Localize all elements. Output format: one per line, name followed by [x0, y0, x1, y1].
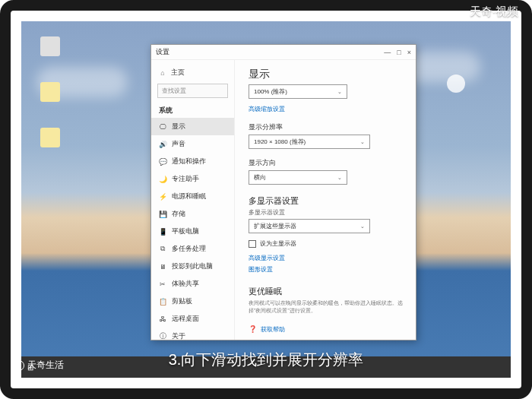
desktop-wallpaper: 设置 — □ × ⌂ 主页 查找设置 系统 🖵显示🔊声音💬通知和操作🌙专注助手⚡…: [21, 21, 511, 378]
resolution-dropdown[interactable]: 1920 × 1080 (推荐) ⌄: [249, 135, 370, 149]
close-button[interactable]: ×: [407, 49, 411, 56]
content-area[interactable]: 显示 100% (推荐) ⌄ 高级缩放设置 显示分辨率 1920 × 1080 …: [235, 60, 416, 340]
sidebar-item[interactable]: ✂体验共享: [151, 275, 234, 293]
sidebar-item-label: 通知和操作: [172, 157, 206, 166]
sidebar-item-label: 存储: [172, 209, 185, 219]
sidebar-item-label: 电源和睡眠: [172, 192, 206, 201]
sidebar-item-label: 体验共享: [172, 279, 199, 289]
desktop-icon-folder[interactable]: [36, 128, 64, 160]
sidebar-item-label: 关于: [172, 331, 185, 340]
search-input[interactable]: 查找设置: [157, 84, 228, 98]
home-button[interactable]: ⌂ 主页: [151, 65, 234, 81]
sidebar-item[interactable]: 🔊声音: [151, 135, 234, 153]
sidebar-item[interactable]: 💾存储: [151, 205, 234, 223]
multi-display-dropdown[interactable]: 扩展这些显示器 ⌄: [249, 219, 370, 233]
sidebar-item[interactable]: 🖧远程桌面: [151, 310, 234, 328]
nav-icon: 🖵: [159, 123, 166, 131]
help-icon: ❓: [249, 325, 257, 333]
resolution-label: 显示分辨率: [249, 122, 405, 132]
sidebar-item[interactable]: 💬通知和操作: [151, 153, 234, 170]
nav-icon: 💾: [159, 211, 166, 218]
checkbox-icon: [249, 240, 256, 248]
sidebar-item-label: 剪贴板: [172, 296, 192, 306]
advanced-scale-link[interactable]: 高级缩放设置: [249, 105, 405, 113]
orientation-dropdown[interactable]: 横向 ⌄: [249, 170, 347, 185]
desktop-icon-recycle[interactable]: [36, 36, 64, 68]
titlebar: 设置 — □ ×: [151, 45, 416, 60]
video-caption: 3.向下滑动找到并展开分辨率: [169, 350, 364, 370]
minimize-button[interactable]: —: [384, 49, 391, 56]
orientation-label: 显示方向: [249, 158, 405, 168]
sidebar-item-label: 多任务处理: [172, 244, 206, 254]
nav-icon: ⓘ: [159, 333, 166, 340]
nav-icon: 🖧: [159, 315, 166, 323]
sidebar-item[interactable]: 🖵显示: [151, 118, 234, 135]
chevron-down-icon: ⌄: [337, 89, 342, 95]
settings-window: 设置 — □ × ⌂ 主页 查找设置 系统 🖵显示🔊声音💬通知和操作🌙专注助手⚡…: [150, 44, 416, 340]
sidebar-item-label: 投影到此电脑: [172, 261, 213, 271]
chevron-down-icon: ⌄: [337, 175, 342, 181]
sidebar-item[interactable]: ⧉多任务处理: [151, 240, 234, 258]
sidebar-item[interactable]: ⚡电源和睡眠: [151, 188, 234, 205]
sidebar-item-label: 专注助手: [172, 174, 199, 184]
nav-icon: 🔊: [159, 141, 166, 148]
nav-icon: 🌙: [159, 176, 166, 183]
home-label: 主页: [171, 68, 185, 78]
sidebar-item-label: 远程桌面: [172, 314, 199, 324]
sidebar-item-label: 显示: [172, 122, 185, 131]
watermark-bottom: Q 天奇生活: [14, 359, 64, 372]
nav-icon: 📱: [159, 228, 166, 236]
sidebar-item[interactable]: 🌙专注助手: [151, 170, 234, 188]
primary-display-checkbox[interactable]: 设为主显示器: [249, 239, 405, 248]
sidebar-item[interactable]: 🖥投影到此电脑: [151, 258, 234, 275]
better-sleep-text: 夜间模式可以在晚间显示较柔和的暖色，帮助你进入睡眠状态。选择"夜间模式设置"进行…: [249, 299, 405, 315]
nav-icon: ⧉: [159, 245, 166, 253]
chevron-down-icon: ⌄: [360, 139, 365, 145]
sidebar-item[interactable]: 📱平板电脑: [151, 223, 234, 240]
nav-icon: ⚡: [159, 193, 166, 201]
sidebar-item-label: 平板电脑: [172, 226, 199, 236]
multi-display-label: 多显示器设置: [249, 208, 405, 217]
category-label: 系统: [151, 101, 234, 118]
nav-icon: ✂: [159, 280, 166, 288]
desktop-icon-folder[interactable]: [36, 82, 64, 114]
decor-moon: [447, 74, 465, 93]
logo-icon: Q: [14, 360, 24, 371]
nav-icon: 💬: [159, 158, 166, 166]
better-sleep-heading: 更优睡眠: [249, 286, 405, 297]
page-heading: 显示: [249, 68, 405, 81]
scale-dropdown[interactable]: 100% (推荐) ⌄: [249, 84, 347, 99]
chevron-down-icon: ⌄: [360, 223, 365, 230]
multi-display-heading: 多显示器设置: [249, 195, 405, 207]
sidebar: ⌂ 主页 查找设置 系统 🖵显示🔊声音💬通知和操作🌙专注助手⚡电源和睡眠💾存储📱…: [151, 60, 235, 340]
get-help-link[interactable]: ❓ 获取帮助: [249, 325, 405, 334]
sidebar-item[interactable]: 📋剪贴板: [151, 293, 234, 310]
graphics-settings-link[interactable]: 图形设置: [249, 265, 405, 274]
home-icon: ⌂: [159, 69, 166, 77]
watermark-top: 天奇·视频: [470, 5, 518, 19]
nav-icon: 📋: [159, 298, 166, 306]
window-title: 设置: [156, 47, 169, 57]
sidebar-item[interactable]: ⓘ关于: [151, 328, 234, 340]
maximize-button[interactable]: □: [397, 49, 401, 56]
nav-icon: 🖥: [159, 263, 166, 271]
advanced-display-link[interactable]: 高级显示设置: [249, 254, 405, 262]
sidebar-item-label: 声音: [172, 139, 185, 149]
